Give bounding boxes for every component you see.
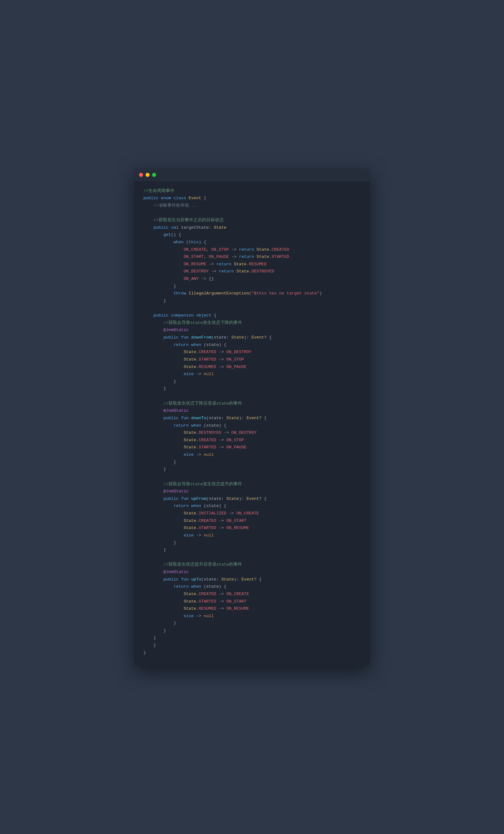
line-companion-close: } [144, 635, 360, 642]
line-comment-gettarget: //获取发生当前事件之后的目标状态 [144, 217, 360, 224]
line-val-targetstate: public val targetState: State [144, 224, 360, 232]
minimize-button[interactable] [146, 173, 150, 177]
line-inner-close4: } [144, 620, 360, 627]
maximize-button[interactable] [152, 173, 156, 177]
line-started-onpause: State.STARTED -> ON_PAUSE [144, 444, 360, 451]
line-func-close4: } [144, 627, 360, 635]
line-onstart-onpause: ON_START, ON_PAUSE -> return State.START… [144, 253, 360, 261]
line-inner-close2: } [144, 459, 360, 466]
code-editor: //生命周期事件 public enum class Event { //省略事… [134, 181, 370, 666]
line-upto-decl: public fun upTo(state: State): Event? { [144, 576, 360, 583]
line-class-decl: public enum class Event { [144, 195, 360, 202]
line-destroyed-ondestroy: State.DESTROYED -> ON_DESTROY [144, 429, 360, 437]
line-comment-upfrom: //获取会导致state发生状态提升的事件 [144, 481, 360, 488]
line-inner-close3: } [144, 539, 360, 547]
line-init-oncreate: State.INITIALIZED -> ON_CREATE [144, 510, 360, 517]
line-func-close1: } [144, 385, 360, 393]
line-ondestroy: ON_DESTROY -> return State.DESTROYED [144, 268, 360, 275]
line-else-null3: else -> null [144, 532, 360, 539]
line-class-close: } [144, 642, 360, 649]
line-comment-downfrom: //获取会导致state发生状态下降的事件 [144, 319, 360, 327]
line-companion-open: public companion object { [144, 312, 360, 319]
line-started-onresume: State.STARTED -> ON_RESUME [144, 524, 360, 532]
line-resumed-onresume: State.RESUMED -> ON_RESUME [144, 605, 360, 613]
line-blank4 [144, 473, 360, 481]
line-return-when-state1: return when (state) { [144, 341, 360, 349]
line-started-onstart: State.STARTED -> ON_START [144, 598, 360, 605]
line-created-ondestroy: State.CREATED -> ON_DESTROY [144, 348, 360, 356]
close-button[interactable] [139, 173, 143, 177]
line-return-when-state4: return when (state) { [144, 583, 360, 590]
line-comment-skip: //省略事件枚举值... [144, 202, 360, 210]
line-created-onstop: State.CREATED -> ON_STOP [144, 437, 360, 444]
line-comment-upto: //获取发生状态提升后变成state的事件 [144, 561, 360, 568]
line-created-onstart: State.CREATED -> ON_START [144, 517, 360, 525]
line-get-open: get() { [144, 231, 360, 239]
line-throw: throw IllegalArgumentException("$this ha… [144, 290, 360, 297]
line-at-jvmstatic3: @JvmStatic [144, 488, 360, 495]
line-return-when-state3: return when (state) { [144, 502, 360, 510]
line-blank1 [144, 209, 360, 217]
line-blank5 [144, 554, 360, 561]
line-else-null2: else -> null [144, 451, 360, 459]
line-resumed-onpause: State.RESUMED -> ON_PAUSE [144, 363, 360, 371]
line-created-oncreate: State.CREATED -> ON_CREATE [144, 590, 360, 598]
line-blank3 [144, 393, 360, 400]
line-at-jvmstatic4: @JvmStatic [144, 568, 360, 576]
line-at-jvmstatic1: @JvmStatic [144, 326, 360, 334]
line-else-null1: else -> null [144, 370, 360, 378]
line-func-close3: } [144, 546, 360, 554]
line-downto-decl: public fun downTo(state: State): Event? … [144, 415, 360, 422]
line-at-jvmstatic2: @JvmStatic [144, 407, 360, 415]
line-when-close: } [144, 283, 360, 290]
line-oncreate-onstop: ON_CREATE, ON_STOP -> return State.CREAT… [144, 246, 360, 254]
line-return-when-state2: return when (state) { [144, 422, 360, 430]
line-outer-close: } [144, 649, 360, 657]
line-when-this: when (this) { [144, 239, 360, 246]
line-started-onstop: State.STARTED -> ON_STOP [144, 356, 360, 363]
titlebar [134, 169, 370, 181]
line-inner-close1: } [144, 378, 360, 385]
line-blank2 [144, 305, 360, 312]
line-comment-downto: //获取发生状态下降后变成state的事件 [144, 400, 360, 408]
line-upfrom-decl: public fun upFrom(state: State): Event? … [144, 495, 360, 503]
line-downfrom-decl: public fun downFrom(state: State): Event… [144, 334, 360, 341]
line-onresume: ON_RESUME -> return State.RESUMED [144, 261, 360, 268]
line-get-close: } [144, 297, 360, 305]
code-window: //生命周期事件 public enum class Event { //省略事… [134, 169, 370, 666]
line-func-close2: } [144, 466, 360, 473]
line-onany: ON_ANY -> {} [144, 275, 360, 283]
line-else-null4: else -> null [144, 613, 360, 620]
line-comment-lifecycle: //生命周期事件 [144, 188, 360, 195]
